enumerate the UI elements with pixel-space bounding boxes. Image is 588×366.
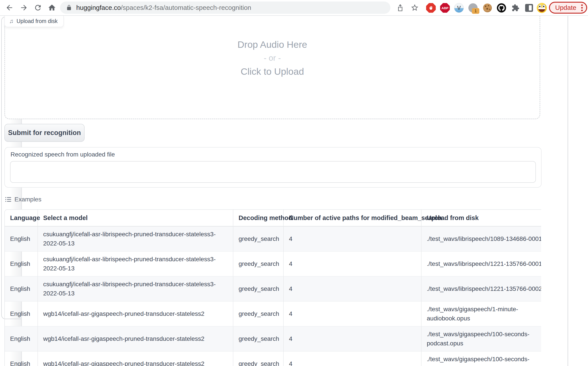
dropzone-hint: Drop Audio Here - or - Click to Upload xyxy=(5,39,540,77)
vimium-extension-icon[interactable]: V xyxy=(454,3,464,13)
github-extension-icon[interactable] xyxy=(497,3,506,13)
example-row[interactable]: English wgb14/icefall-asr-gigaspeech-pru… xyxy=(5,326,541,351)
col-decoding: Decoding method xyxy=(233,210,284,226)
avatar: 1 xyxy=(468,3,478,13)
recognized-speech-panel: Recognized speech from uploaded file xyxy=(4,147,542,188)
col-upload: Upload from disk xyxy=(421,210,541,226)
list-icon xyxy=(5,196,11,203)
recognized-speech-textbox[interactable] xyxy=(10,161,536,183)
tab-label: Upload from disk xyxy=(17,18,58,24)
back-icon[interactable] xyxy=(5,3,14,12)
puzzle-extensions-icon[interactable] xyxy=(511,3,520,13)
audio-dropzone[interactable]: Drop Audio Here - or - Click to Upload xyxy=(4,12,540,119)
output-label: Recognized speech from uploaded file xyxy=(10,151,115,158)
music-note-icon: ♫ xyxy=(9,18,14,24)
share-icon[interactable] xyxy=(396,3,405,12)
update-label: Update xyxy=(555,4,576,11)
drop-or: - or - xyxy=(5,53,540,63)
abp-extension-icon[interactable]: ABP xyxy=(440,3,450,13)
col-num-paths: Number of active paths for modified_beam… xyxy=(284,210,421,226)
update-button[interactable]: Update xyxy=(549,2,587,14)
refresh-icon[interactable] xyxy=(33,3,43,12)
forward-icon[interactable] xyxy=(19,3,29,12)
col-language: Language xyxy=(5,210,38,226)
example-row[interactable]: English csukuangfj/icefall-asr-librispee… xyxy=(5,226,541,252)
ublock-extension-icon[interactable] xyxy=(426,3,436,13)
extension-badge: 1 xyxy=(472,8,479,14)
examples-label: Examples xyxy=(15,196,41,203)
profile-extension-icon[interactable]: 1 xyxy=(468,3,478,13)
smiley-extension-icon[interactable] xyxy=(537,3,547,13)
url-host: huggingface.co xyxy=(76,4,121,11)
lock-icon xyxy=(66,4,72,11)
drop-click-to-upload: Click to Upload xyxy=(5,66,540,77)
example-row[interactable]: English wgb14/icefall-asr-gigaspeech-pru… xyxy=(5,301,541,326)
home-icon[interactable] xyxy=(47,3,57,12)
col-model: Select a model xyxy=(38,210,233,226)
tab-upload-from-disk[interactable]: ♫ Upload from disk xyxy=(4,15,64,27)
examples-header: Examples xyxy=(5,196,41,203)
examples-table: Language Select a model Decoding method … xyxy=(4,209,541,366)
bookmark-star-icon[interactable] xyxy=(410,3,419,12)
browser-menu-icon[interactable] xyxy=(581,4,583,11)
submit-button[interactable]: Submit for recognition xyxy=(4,124,84,142)
sidebar-toggle-icon[interactable] xyxy=(524,3,534,13)
example-row[interactable]: English wgb14/icefall-asr-gigaspeech-pru… xyxy=(5,351,541,366)
table-header-row: Language Select a model Decoding method … xyxy=(5,210,541,226)
example-row[interactable]: English csukuangfj/icefall-asr-librispee… xyxy=(5,251,541,276)
browser-toolbar: huggingface.co/spaces/k2-fsa/automatic-s… xyxy=(0,0,588,16)
url-path: /spaces/k2-fsa/automatic-speech-recognit… xyxy=(121,4,251,11)
cookie-extension-icon[interactable] xyxy=(482,3,492,13)
example-row[interactable]: English csukuangfj/icefall-asr-librispee… xyxy=(5,276,541,301)
page-content: Drop Audio Here - or - Click to Upload ♫… xyxy=(0,15,588,366)
right-divider xyxy=(567,15,568,366)
drop-title: Drop Audio Here xyxy=(5,39,540,50)
address-bar[interactable]: huggingface.co/spaces/k2-fsa/automatic-s… xyxy=(60,1,390,14)
